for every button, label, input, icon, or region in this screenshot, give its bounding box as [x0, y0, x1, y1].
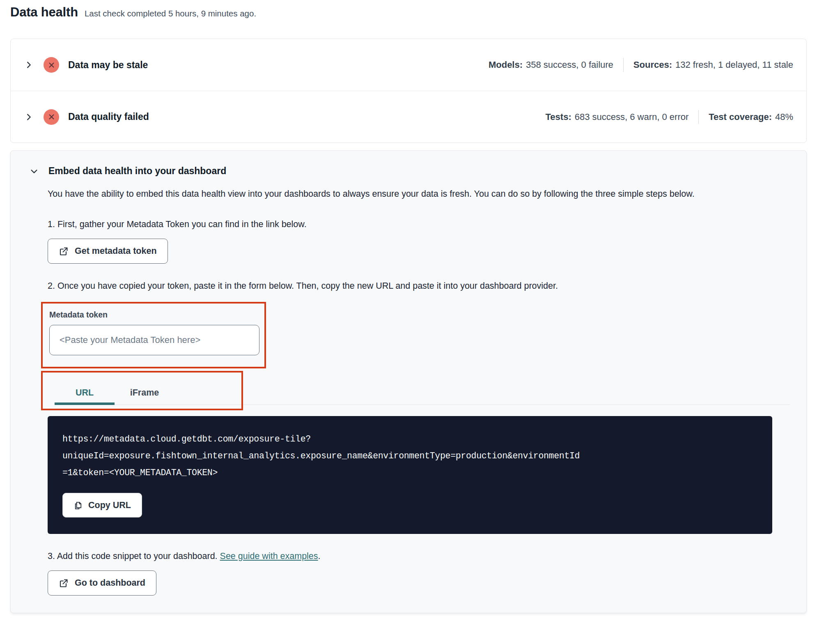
data-health-page: Data health Last check completed 5 hours…: [0, 0, 817, 613]
chevron-right-icon[interactable]: [24, 60, 34, 70]
embed-url-line: uniqueId=exposure.fishtown_internal_anal…: [62, 448, 757, 465]
stat-name: Sources:: [633, 60, 672, 70]
page-title: Data health: [10, 5, 78, 20]
tab-iframe[interactable]: iFrame: [115, 375, 174, 405]
metadata-token-label: Metadata token: [49, 310, 108, 319]
embed-url-line: =1&token=<YOUR_METADATA_TOKEN>: [62, 465, 757, 481]
step-3-prefix: 3. Add this code snippet to your dashboa…: [48, 551, 220, 561]
embed-panel-header[interactable]: Embed data health into your dashboard: [29, 166, 790, 177]
stat-value: 132 fresh, 1 delayed, 11 stale: [675, 60, 793, 70]
stat-name: Test coverage:: [709, 112, 772, 122]
status-row-label: Data quality failed: [68, 111, 149, 122]
metadata-token-input[interactable]: [49, 325, 259, 355]
last-check-status: Last check completed 5 hours, 9 minutes …: [85, 9, 256, 18]
copy-icon: [73, 501, 83, 510]
status-row-label: Data may be stale: [68, 60, 148, 71]
stat-name: Tests:: [546, 112, 571, 122]
copy-url-button[interactable]: Copy URL: [62, 493, 142, 518]
external-link-icon: [59, 246, 69, 256]
external-link-icon: [59, 578, 69, 588]
see-guide-link[interactable]: See guide with examples: [220, 551, 318, 561]
step-3-suffix: .: [318, 551, 321, 561]
status-card: Data may be stale Models: 358 success, 0…: [10, 39, 807, 143]
copy-url-label: Copy URL: [88, 500, 131, 511]
embed-url-code-block: https://metadata.cloud.getdbt.com/exposu…: [48, 416, 772, 534]
error-x-icon: [44, 57, 59, 73]
status-row-stats: Models: 358 success, 0 failure Sources: …: [489, 58, 793, 72]
stat-divider: [623, 58, 624, 72]
embed-description: You have the ability to embed this data …: [48, 186, 713, 202]
chevron-down-icon[interactable]: [29, 166, 39, 176]
go-to-dashboard-button[interactable]: Go to dashboard: [48, 570, 156, 596]
step-3-text: 3. Add this code snippet to your dashboa…: [48, 551, 790, 561]
annotation-box-token: Metadata token: [41, 302, 266, 368]
stat-value: 48%: [775, 112, 793, 122]
tab-url[interactable]: URL: [55, 375, 115, 405]
embed-url-line: https://metadata.cloud.getdbt.com/exposu…: [62, 431, 757, 448]
error-x-icon: [44, 109, 59, 125]
stat-value: 683 success, 6 warn, 0 error: [575, 112, 689, 122]
get-metadata-token-label: Get metadata token: [75, 246, 157, 256]
status-row-stats: Tests: 683 success, 6 warn, 0 error Test…: [546, 110, 793, 124]
status-row-quality[interactable]: Data quality failed Tests: 683 success, …: [11, 91, 806, 143]
step-2-text: 2. Once you have copied your token, past…: [48, 281, 790, 291]
embed-url-text: https://metadata.cloud.getdbt.com/exposu…: [62, 431, 757, 481]
stat-value: 358 success, 0 failure: [526, 60, 613, 70]
stat-name: Models:: [489, 60, 523, 70]
go-to-dashboard-label: Go to dashboard: [75, 578, 145, 588]
step-1-text: 1. First, gather your Metadata Token you…: [48, 219, 790, 230]
get-metadata-token-button[interactable]: Get metadata token: [48, 239, 168, 264]
embed-panel-title: Embed data health into your dashboard: [48, 166, 226, 177]
embed-panel-body: You have the ability to embed this data …: [48, 186, 790, 596]
output-tabs: URL iFrame: [48, 375, 790, 406]
page-header: Data health Last check completed 5 hours…: [10, 5, 807, 20]
embed-panel: Embed data health into your dashboard Yo…: [10, 150, 807, 613]
stat-divider: [698, 110, 699, 124]
status-row-stale[interactable]: Data may be stale Models: 358 success, 0…: [11, 39, 806, 91]
chevron-right-icon[interactable]: [24, 112, 34, 122]
